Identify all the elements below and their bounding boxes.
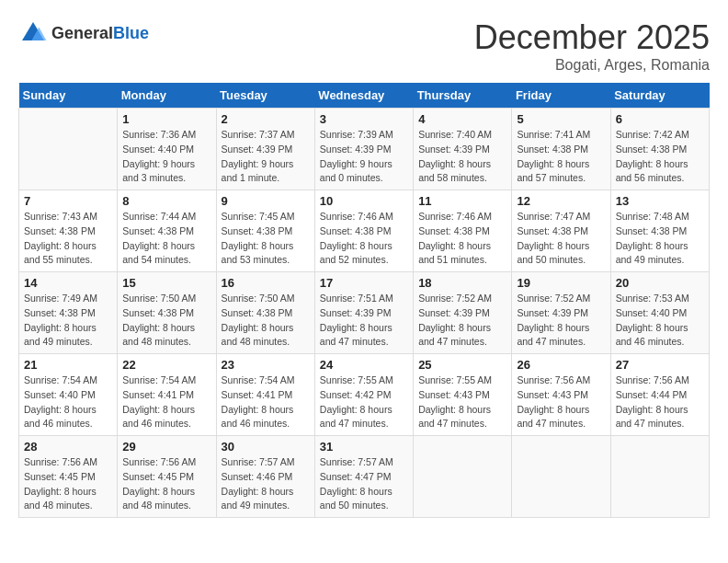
calendar-cell: 31Sunrise: 7:57 AM Sunset: 4:47 PM Dayli… — [314, 436, 413, 518]
day-info: Sunrise: 7:57 AM Sunset: 4:47 PM Dayligh… — [320, 455, 408, 513]
day-info: Sunrise: 7:47 AM Sunset: 4:38 PM Dayligh… — [517, 210, 605, 268]
day-info: Sunrise: 7:56 AM Sunset: 4:45 PM Dayligh… — [24, 455, 112, 513]
day-number: 8 — [122, 194, 210, 208]
day-info: Sunrise: 7:48 AM Sunset: 4:38 PM Dayligh… — [616, 210, 704, 268]
calendar-table: SundayMondayTuesdayWednesdayThursdayFrid… — [18, 83, 710, 518]
calendar-week-row: 7Sunrise: 7:43 AM Sunset: 4:38 PM Daylig… — [19, 190, 710, 272]
calendar-cell: 11Sunrise: 7:46 AM Sunset: 4:38 PM Dayli… — [414, 190, 512, 272]
day-of-week-header: Saturday — [610, 83, 709, 109]
day-number: 7 — [24, 194, 112, 208]
day-info: Sunrise: 7:41 AM Sunset: 4:38 PM Dayligh… — [517, 128, 605, 186]
day-number: 4 — [418, 112, 506, 126]
day-of-week-header: Wednesday — [314, 83, 413, 109]
calendar-cell — [414, 436, 512, 518]
calendar-cell — [610, 436, 709, 518]
logo-text-blue: Blue — [113, 24, 149, 42]
day-of-week-header: Monday — [118, 83, 216, 109]
calendar-cell: 28Sunrise: 7:56 AM Sunset: 4:45 PM Dayli… — [19, 436, 118, 518]
calendar-cell: 26Sunrise: 7:56 AM Sunset: 4:43 PM Dayli… — [512, 354, 610, 436]
calendar-week-row: 14Sunrise: 7:49 AM Sunset: 4:38 PM Dayli… — [19, 272, 710, 354]
day-number: 26 — [517, 358, 605, 372]
day-info: Sunrise: 7:54 AM Sunset: 4:41 PM Dayligh… — [222, 373, 310, 431]
day-info: Sunrise: 7:46 AM Sunset: 4:38 PM Dayligh… — [418, 210, 506, 268]
day-number: 12 — [517, 194, 605, 208]
day-info: Sunrise: 7:55 AM Sunset: 4:43 PM Dayligh… — [418, 373, 506, 431]
logo-text-general: General — [51, 24, 113, 42]
calendar-cell — [19, 109, 118, 190]
day-number: 21 — [24, 358, 112, 372]
logo-icon — [18, 18, 48, 48]
day-info: Sunrise: 7:36 AM Sunset: 4:40 PM Dayligh… — [122, 128, 210, 186]
calendar-subtitle: Bogati, Arges, Romania — [474, 57, 710, 74]
day-of-week-header: Thursday — [414, 83, 512, 109]
day-info: Sunrise: 7:52 AM Sunset: 4:39 PM Dayligh… — [418, 292, 506, 350]
day-number: 9 — [222, 194, 310, 208]
title-block: December 2025 Bogati, Arges, Romania — [474, 18, 710, 74]
day-info: Sunrise: 7:44 AM Sunset: 4:38 PM Dayligh… — [122, 210, 210, 268]
calendar-cell: 9Sunrise: 7:45 AM Sunset: 4:38 PM Daylig… — [216, 190, 314, 272]
calendar-cell: 1Sunrise: 7:36 AM Sunset: 4:40 PM Daylig… — [118, 109, 216, 190]
day-info: Sunrise: 7:56 AM Sunset: 4:45 PM Dayligh… — [122, 455, 210, 513]
day-info: Sunrise: 7:46 AM Sunset: 4:38 PM Dayligh… — [320, 210, 408, 268]
header-row: SundayMondayTuesdayWednesdayThursdayFrid… — [19, 83, 710, 109]
calendar-cell: 12Sunrise: 7:47 AM Sunset: 4:38 PM Dayli… — [512, 190, 610, 272]
calendar-cell: 10Sunrise: 7:46 AM Sunset: 4:38 PM Dayli… — [314, 190, 413, 272]
calendar-title: December 2025 — [474, 18, 710, 57]
calendar-cell: 15Sunrise: 7:50 AM Sunset: 4:38 PM Dayli… — [118, 272, 216, 354]
day-number: 6 — [616, 112, 704, 126]
day-number: 31 — [320, 440, 408, 454]
day-number: 15 — [122, 276, 210, 290]
day-number: 11 — [418, 194, 506, 208]
day-number: 30 — [222, 440, 310, 454]
day-number: 25 — [418, 358, 506, 372]
calendar-cell: 7Sunrise: 7:43 AM Sunset: 4:38 PM Daylig… — [19, 190, 118, 272]
day-info: Sunrise: 7:43 AM Sunset: 4:38 PM Dayligh… — [24, 210, 112, 268]
day-number: 5 — [517, 112, 605, 126]
day-info: Sunrise: 7:42 AM Sunset: 4:38 PM Dayligh… — [616, 128, 704, 186]
day-number: 17 — [320, 276, 408, 290]
day-number: 28 — [24, 440, 112, 454]
calendar-cell: 14Sunrise: 7:49 AM Sunset: 4:38 PM Dayli… — [19, 272, 118, 354]
day-info: Sunrise: 7:37 AM Sunset: 4:39 PM Dayligh… — [222, 128, 310, 186]
day-info: Sunrise: 7:56 AM Sunset: 4:44 PM Dayligh… — [616, 373, 704, 431]
day-number: 19 — [517, 276, 605, 290]
calendar-cell: 2Sunrise: 7:37 AM Sunset: 4:39 PM Daylig… — [216, 109, 314, 190]
day-info: Sunrise: 7:55 AM Sunset: 4:42 PM Dayligh… — [320, 373, 408, 431]
calendar-cell: 19Sunrise: 7:52 AM Sunset: 4:39 PM Dayli… — [512, 272, 610, 354]
day-number: 29 — [122, 440, 210, 454]
day-number: 20 — [616, 276, 704, 290]
calendar-cell: 16Sunrise: 7:50 AM Sunset: 4:38 PM Dayli… — [216, 272, 314, 354]
calendar-cell: 22Sunrise: 7:54 AM Sunset: 4:41 PM Dayli… — [118, 354, 216, 436]
day-of-week-header: Sunday — [19, 83, 118, 109]
day-number: 1 — [122, 112, 210, 126]
day-number: 14 — [24, 276, 112, 290]
day-info: Sunrise: 7:50 AM Sunset: 4:38 PM Dayligh… — [222, 292, 310, 350]
calendar-cell: 20Sunrise: 7:53 AM Sunset: 4:40 PM Dayli… — [610, 272, 709, 354]
day-info: Sunrise: 7:39 AM Sunset: 4:39 PM Dayligh… — [320, 128, 408, 186]
day-info: Sunrise: 7:51 AM Sunset: 4:39 PM Dayligh… — [320, 292, 408, 350]
calendar-cell: 8Sunrise: 7:44 AM Sunset: 4:38 PM Daylig… — [118, 190, 216, 272]
calendar-cell: 3Sunrise: 7:39 AM Sunset: 4:39 PM Daylig… — [314, 109, 413, 190]
day-info: Sunrise: 7:54 AM Sunset: 4:41 PM Dayligh… — [122, 373, 210, 431]
calendar-cell: 29Sunrise: 7:56 AM Sunset: 4:45 PM Dayli… — [118, 436, 216, 518]
calendar-cell: 6Sunrise: 7:42 AM Sunset: 4:38 PM Daylig… — [610, 109, 709, 190]
day-info: Sunrise: 7:57 AM Sunset: 4:46 PM Dayligh… — [222, 455, 310, 513]
day-of-week-header: Friday — [512, 83, 610, 109]
page-header: GeneralBlue December 2025 Bogati, Arges,… — [18, 18, 710, 74]
day-number: 23 — [222, 358, 310, 372]
day-info: Sunrise: 7:56 AM Sunset: 4:43 PM Dayligh… — [517, 373, 605, 431]
day-number: 27 — [616, 358, 704, 372]
day-number: 24 — [320, 358, 408, 372]
day-info: Sunrise: 7:53 AM Sunset: 4:40 PM Dayligh… — [616, 292, 704, 350]
day-number: 13 — [616, 194, 704, 208]
calendar-week-row: 1Sunrise: 7:36 AM Sunset: 4:40 PM Daylig… — [19, 109, 710, 190]
calendar-cell: 21Sunrise: 7:54 AM Sunset: 4:40 PM Dayli… — [19, 354, 118, 436]
day-info: Sunrise: 7:52 AM Sunset: 4:39 PM Dayligh… — [517, 292, 605, 350]
day-number: 22 — [122, 358, 210, 372]
day-number: 3 — [320, 112, 408, 126]
calendar-cell: 23Sunrise: 7:54 AM Sunset: 4:41 PM Dayli… — [216, 354, 314, 436]
logo: GeneralBlue — [18, 18, 149, 48]
calendar-header: SundayMondayTuesdayWednesdayThursdayFrid… — [19, 83, 710, 109]
day-info: Sunrise: 7:54 AM Sunset: 4:40 PM Dayligh… — [24, 373, 112, 431]
day-of-week-header: Tuesday — [216, 83, 314, 109]
